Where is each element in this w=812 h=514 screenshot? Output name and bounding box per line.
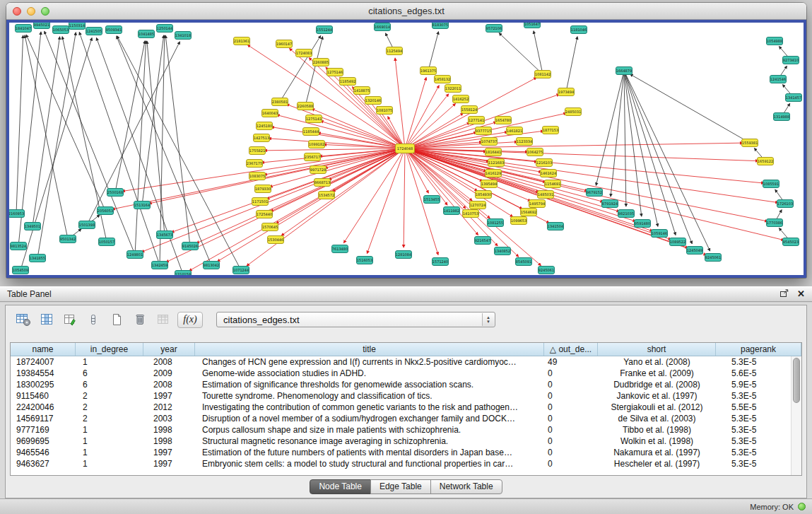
edge[interactable] bbox=[405, 148, 531, 201]
edge[interactable] bbox=[115, 41, 145, 192]
edge[interactable] bbox=[20, 38, 92, 270]
network-node[interactable]: 2160953 bbox=[9, 210, 25, 218]
edge[interactable] bbox=[499, 33, 543, 74]
edge[interactable] bbox=[309, 58, 405, 148]
edge[interactable] bbox=[405, 148, 603, 201]
network-node[interactable]: 1726103 bbox=[777, 200, 794, 208]
table-row[interactable]: 911546021997Tourette syndrome. Phenomeno… bbox=[11, 390, 791, 402]
network-node[interactable]: 9813042 bbox=[204, 262, 220, 269]
edge[interactable] bbox=[218, 148, 405, 262]
network-node[interactable]: 1181046 bbox=[571, 26, 587, 34]
network-node[interactable]: 1277141 bbox=[469, 117, 485, 124]
network-node[interactable]: 1411982 bbox=[444, 207, 460, 215]
network-node[interactable]: 1495794 bbox=[529, 200, 546, 208]
network-node[interactable]: 1755821 bbox=[249, 147, 266, 155]
network-node[interactable]: 1570645 bbox=[262, 223, 278, 231]
edge[interactable] bbox=[196, 148, 405, 243]
column-header-pagerank[interactable]: pagerank bbox=[716, 343, 801, 356]
table-row[interactable]: 1830029562008Estimation of significance … bbox=[11, 379, 791, 390]
table-row[interactable]: 1456911722003Disruption of a novel membe… bbox=[11, 413, 791, 424]
table-row[interactable]: 969969511998Structural magnetic resonanc… bbox=[11, 436, 791, 447]
network-node[interactable]: 1074737 bbox=[481, 138, 498, 146]
network-node[interactable]: 1559381 bbox=[742, 139, 758, 147]
network-node[interactable]: 9245061 bbox=[539, 267, 555, 274]
network-node[interactable]: 9679152 bbox=[587, 189, 603, 197]
table-scrollbar[interactable] bbox=[791, 356, 801, 475]
network-node[interactable]: 1216103 bbox=[536, 159, 553, 167]
network-node[interactable]: 1341457 bbox=[786, 94, 802, 102]
minimize-window-button[interactable] bbox=[27, 7, 35, 16]
network-node[interactable]: 1416129 bbox=[486, 170, 502, 177]
network-node[interactable]: 1154691 bbox=[545, 180, 561, 188]
edge[interactable] bbox=[534, 31, 543, 74]
network-node[interactable]: 1241546 bbox=[770, 76, 787, 83]
network-node[interactable]: 9273410 bbox=[783, 57, 799, 64]
edge[interactable] bbox=[352, 87, 405, 148]
network-node[interactable]: 1349501 bbox=[25, 223, 41, 230]
network-node[interactable]: 1099182 bbox=[309, 141, 325, 148]
network-node[interactable]: 9145026 bbox=[182, 243, 199, 250]
network-node[interactable]: 1071244 bbox=[233, 267, 249, 274]
network-node[interactable]: 9572106 bbox=[486, 25, 502, 33]
network-node[interactable]: 1341855 bbox=[30, 255, 46, 262]
network-node[interactable]: 1461624 bbox=[541, 170, 557, 177]
network-node[interactable]: 1345673 bbox=[157, 231, 173, 239]
network-node[interactable]: 1171501 bbox=[252, 198, 269, 206]
network-node[interactable]: 1516053 bbox=[357, 257, 373, 264]
network-node[interactable]: 1461821 bbox=[507, 127, 523, 135]
network-node[interactable]: 1210158 bbox=[175, 271, 192, 276]
table-row[interactable]: 946362711997Embryonic stem cells: a mode… bbox=[11, 458, 791, 469]
network-node[interactable]: 1341018 bbox=[175, 32, 192, 40]
network-node[interactable]: 9245061 bbox=[705, 254, 722, 262]
network-node[interactable]: 1973494 bbox=[558, 88, 575, 96]
network-node[interactable]: 1064275 bbox=[527, 148, 543, 156]
network-node[interactable]: 1059146 bbox=[652, 230, 668, 238]
network-node[interactable]: 1724083 bbox=[296, 49, 312, 57]
table-row[interactable]: 2242004622012Investigating the contribut… bbox=[11, 402, 791, 413]
edge[interactable] bbox=[16, 35, 23, 214]
function-builder-button[interactable]: f(x) bbox=[177, 312, 203, 328]
tab-network-table[interactable]: Network Table bbox=[430, 479, 502, 494]
network-node[interactable]: 2500168 bbox=[107, 189, 124, 197]
edit-table-button[interactable] bbox=[61, 311, 79, 329]
edge[interactable] bbox=[171, 148, 405, 233]
network-node[interactable]: 1150314 bbox=[69, 23, 86, 30]
network-node[interactable]: 1458132 bbox=[435, 76, 451, 83]
edge[interactable] bbox=[270, 148, 405, 187]
network-node[interactable]: 7613480 bbox=[332, 245, 348, 253]
network-node[interactable]: 9813524 bbox=[11, 243, 27, 250]
network-node[interactable]: 1427513 bbox=[254, 134, 270, 142]
network-node[interactable]: 1513455 bbox=[424, 196, 440, 204]
close-panel-icon[interactable]: ✕ bbox=[797, 290, 805, 298]
table-selector-dropdown[interactable]: citations_edges.txt ▲▼ bbox=[216, 312, 495, 327]
network-node[interactable]: 1558124 bbox=[461, 106, 478, 114]
network-node[interactable]: 1050157 bbox=[99, 238, 115, 246]
network-node[interactable]: 2181361 bbox=[234, 37, 250, 45]
network-node[interactable]: 1534572 bbox=[319, 192, 335, 199]
network-node[interactable]: 1241505 bbox=[86, 28, 102, 35]
edge[interactable] bbox=[428, 32, 438, 71]
network-node[interactable]: 1245180 bbox=[257, 122, 273, 130]
float-panel-icon[interactable] bbox=[779, 288, 789, 300]
table-row[interactable]: 1872400712008Changes of HCN gene express… bbox=[11, 356, 791, 368]
network-node[interactable]: 9545023 bbox=[783, 238, 799, 246]
network-node[interactable]: 1054988 bbox=[767, 37, 783, 45]
network-node[interactable]: 9971728 bbox=[310, 166, 326, 174]
network-node[interactable]: 9945021 bbox=[34, 23, 50, 29]
column-header-title[interactable]: title bbox=[195, 343, 544, 356]
network-node[interactable]: 9377715 bbox=[476, 127, 492, 135]
table-row[interactable]: 977716911998Corpus callosum shape and si… bbox=[11, 424, 791, 436]
network-node[interactable]: 2056053 bbox=[98, 207, 114, 215]
network-hub-node[interactable]: 1724048 bbox=[396, 144, 415, 153]
network-node[interactable]: 1270724 bbox=[470, 201, 486, 209]
edge[interactable] bbox=[566, 37, 577, 92]
network-node[interactable]: 1640043 bbox=[262, 110, 278, 117]
network-node[interactable]: 1185492 bbox=[340, 78, 356, 86]
network-node[interactable]: 1816441 bbox=[486, 148, 502, 156]
network-node[interactable]: 1081255 bbox=[488, 219, 504, 227]
network-node[interactable]: 1185444 bbox=[303, 128, 319, 136]
network-node[interactable]: 1770386 bbox=[767, 219, 783, 227]
column-header-short[interactable]: short bbox=[598, 343, 716, 356]
network-node[interactable]: 2485031 bbox=[565, 108, 582, 116]
column-header-out_degree[interactable]: △ out_de... bbox=[544, 343, 598, 356]
